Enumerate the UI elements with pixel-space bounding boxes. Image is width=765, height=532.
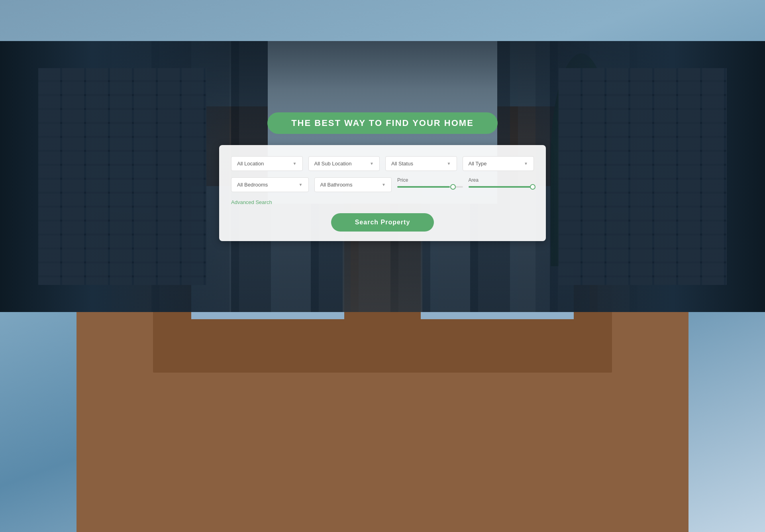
bathrooms-select[interactable]: All Bathrooms ▼ All Bathrooms 123 — [314, 177, 392, 192]
search-row-1: All Location ▼ All Location New York Los… — [231, 156, 534, 171]
price-range-track[interactable] — [397, 186, 463, 188]
location-select[interactable]: All Location ▼ All Location New York Los… — [231, 156, 303, 171]
bedrooms-select[interactable]: All Bedrooms ▼ All Bedrooms 123 — [231, 177, 309, 192]
hero-content: THE BEST WAY TO FIND YOUR HOME All Locat… — [219, 112, 546, 241]
type-select[interactable]: All Type ▼ All Type House Apartment — [463, 156, 534, 171]
search-property-button[interactable]: Search Property — [331, 213, 434, 232]
area-group: Area — [469, 177, 534, 192]
price-range-fill — [397, 186, 450, 188]
search-row-2: All Bedrooms ▼ All Bedrooms 123 All Bath… — [231, 177, 534, 192]
hero-section: THE BEST WAY TO FIND YOUR HOME All Locat… — [0, 41, 765, 312]
hero-tagline: THE BEST WAY TO FIND YOUR HOME — [267, 112, 498, 134]
advanced-search-link[interactable]: Advanced Search — [231, 199, 272, 205]
price-label: Price — [397, 177, 463, 183]
sublocation-select[interactable]: All Sub Location ▼ All Sub Location Manh… — [308, 156, 380, 171]
status-select[interactable]: All Status ▼ All Status For Sale For Ren… — [385, 156, 457, 171]
search-btn-wrap: Search Property — [231, 213, 534, 232]
price-range-thumb[interactable] — [450, 184, 456, 190]
featured-section: Our Featured Exclusive Choose from diffe… — [0, 312, 765, 482]
area-range-thumb[interactable] — [530, 184, 536, 190]
area-label: Area — [469, 177, 534, 183]
property-grid — [16, 379, 749, 466]
area-range-fill — [469, 186, 531, 188]
property-card-3[interactable] — [472, 379, 628, 466]
area-range-track[interactable] — [469, 186, 534, 188]
search-box: All Location ▼ All Location New York Los… — [219, 145, 546, 241]
property-image-3 — [472, 379, 628, 466]
price-group: Price — [397, 177, 463, 192]
